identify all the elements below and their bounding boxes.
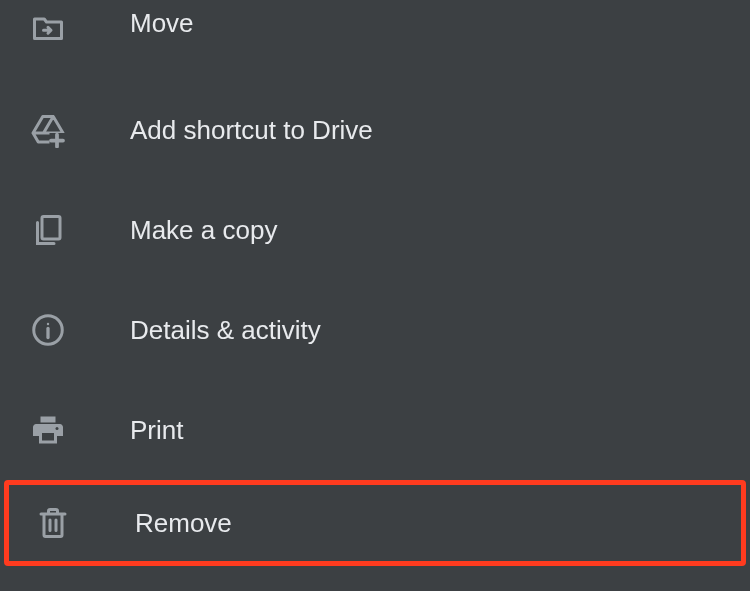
context-menu: Move Add shortcut to Drive Make a copy [0, 0, 750, 570]
menu-item-details[interactable]: Details & activity [0, 280, 750, 380]
menu-item-move[interactable]: Move [0, 0, 750, 80]
svg-point-3 [47, 323, 49, 325]
menu-item-label: Add shortcut to Drive [130, 115, 373, 146]
menu-item-label: Make a copy [130, 215, 277, 246]
copy-icon [28, 210, 68, 250]
menu-item-label: Details & activity [130, 315, 321, 346]
trash-icon [33, 503, 73, 543]
move-folder-icon [28, 8, 68, 48]
menu-item-label: Move [130, 8, 194, 39]
menu-item-print[interactable]: Print [0, 380, 750, 480]
info-icon [28, 310, 68, 350]
svg-point-4 [56, 427, 59, 430]
drive-shortcut-icon [28, 110, 68, 150]
menu-item-label: Remove [135, 508, 232, 539]
menu-item-remove[interactable]: Remove [4, 480, 746, 566]
menu-item-label: Print [130, 415, 183, 446]
print-icon [28, 410, 68, 450]
menu-item-make-copy[interactable]: Make a copy [0, 180, 750, 280]
menu-item-add-shortcut[interactable]: Add shortcut to Drive [0, 80, 750, 180]
svg-rect-1 [42, 217, 60, 240]
